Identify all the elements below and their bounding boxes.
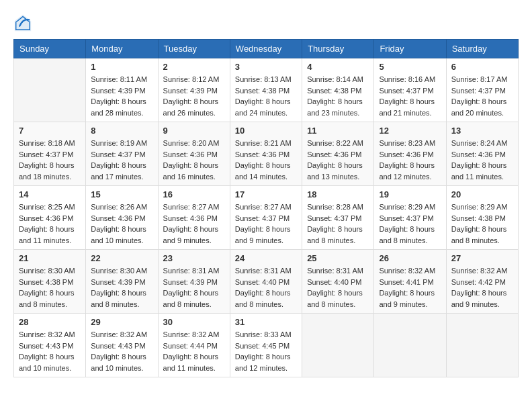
daylight-label: Daylight: 8 hours and 14 minutes. [235, 161, 291, 181]
sunrise-label: Sunrise: 8:14 AM [307, 75, 363, 83]
sunset-label: Sunset: 4:37 PM [379, 87, 433, 95]
logo [13, 13, 35, 32]
daylight-label: Daylight: 8 hours and 8 minutes. [163, 289, 219, 308]
day-info: Sunrise: 8:21 AM Sunset: 4:36 PM Dayligh… [235, 138, 297, 182]
day-info: Sunrise: 8:32 AM Sunset: 4:42 PM Dayligh… [451, 265, 513, 310]
calendar-cell: 25 Sunrise: 8:31 AM Sunset: 4:40 PM Dayl… [302, 250, 374, 314]
day-info: Sunrise: 8:33 AM Sunset: 4:45 PM Dayligh… [235, 329, 297, 373]
calendar-cell: 29 Sunrise: 8:32 AM Sunset: 4:43 PM Dayl… [86, 314, 158, 377]
day-of-week-header: Tuesday [158, 40, 230, 58]
day-info: Sunrise: 8:29 AM Sunset: 4:37 PM Dayligh… [379, 201, 441, 246]
sunset-label: Sunset: 4:36 PM [163, 214, 218, 222]
calendar-cell: 14 Sunrise: 8:25 AM Sunset: 4:36 PM Dayl… [14, 186, 86, 250]
sunset-label: Sunset: 4:39 PM [91, 278, 145, 286]
day-number: 23 [163, 253, 225, 263]
calendar-cell: 8 Sunrise: 8:19 AM Sunset: 4:37 PM Dayli… [86, 122, 158, 186]
calendar-cell: 22 Sunrise: 8:30 AM Sunset: 4:39 PM Dayl… [86, 250, 158, 314]
sunrise-label: Sunrise: 8:26 AM [91, 203, 147, 211]
day-info: Sunrise: 8:14 AM Sunset: 4:38 PM Dayligh… [307, 74, 369, 118]
daylight-label: Daylight: 8 hours and 28 minutes. [91, 97, 146, 117]
daylight-label: Daylight: 8 hours and 13 minutes. [307, 161, 363, 181]
daylight-label: Daylight: 8 hours and 17 minutes. [91, 161, 146, 181]
day-number: 13 [451, 126, 513, 136]
calendar-cell: 28 Sunrise: 8:32 AM Sunset: 4:43 PM Dayl… [14, 314, 86, 377]
daylight-label: Daylight: 8 hours and 9 minutes. [163, 225, 219, 244]
day-number: 2 [163, 62, 225, 72]
sunrise-label: Sunrise: 8:19 AM [91, 139, 147, 147]
day-number: 20 [451, 189, 513, 199]
daylight-label: Daylight: 8 hours and 18 minutes. [19, 161, 75, 181]
calendar-cell: 26 Sunrise: 8:32 AM Sunset: 4:41 PM Dayl… [374, 250, 446, 314]
sunset-label: Sunset: 4:36 PM [235, 150, 290, 158]
sunset-label: Sunset: 4:39 PM [163, 278, 218, 286]
daylight-label: Daylight: 8 hours and 8 minutes. [379, 225, 435, 244]
day-number: 18 [307, 189, 369, 199]
day-info: Sunrise: 8:22 AM Sunset: 4:36 PM Dayligh… [307, 138, 369, 182]
day-of-week-header: Friday [374, 40, 446, 58]
calendar-cell: 24 Sunrise: 8:31 AM Sunset: 4:40 PM Dayl… [230, 250, 302, 314]
daylight-label: Daylight: 8 hours and 10 minutes. [91, 225, 146, 244]
sunrise-label: Sunrise: 8:24 AM [451, 139, 508, 147]
day-info: Sunrise: 8:20 AM Sunset: 4:36 PM Dayligh… [163, 138, 225, 182]
calendar-week-row: 7 Sunrise: 8:18 AM Sunset: 4:37 PM Dayli… [14, 122, 519, 186]
calendar-cell: 18 Sunrise: 8:28 AM Sunset: 4:37 PM Dayl… [302, 186, 374, 250]
calendar-cell [14, 58, 86, 122]
day-number: 30 [163, 317, 225, 327]
day-info: Sunrise: 8:23 AM Sunset: 4:36 PM Dayligh… [379, 138, 441, 182]
sunset-label: Sunset: 4:37 PM [235, 214, 290, 222]
day-number: 3 [235, 62, 297, 72]
day-info: Sunrise: 8:31 AM Sunset: 4:40 PM Dayligh… [307, 265, 369, 310]
calendar-cell: 30 Sunrise: 8:32 AM Sunset: 4:44 PM Dayl… [158, 314, 230, 377]
sunset-label: Sunset: 4:43 PM [91, 342, 145, 350]
day-of-week-header: Wednesday [230, 40, 302, 58]
day-number: 11 [307, 126, 369, 136]
sunrise-label: Sunrise: 8:12 AM [163, 75, 220, 83]
daylight-label: Daylight: 8 hours and 8 minutes. [307, 289, 363, 308]
daylight-label: Daylight: 8 hours and 9 minutes. [451, 289, 507, 308]
day-info: Sunrise: 8:31 AM Sunset: 4:40 PM Dayligh… [235, 265, 297, 310]
day-number: 29 [91, 317, 152, 327]
day-number: 1 [91, 62, 152, 72]
sunrise-label: Sunrise: 8:27 AM [163, 203, 220, 211]
sunrise-label: Sunrise: 8:18 AM [19, 139, 75, 147]
daylight-label: Daylight: 8 hours and 11 minutes. [451, 161, 507, 181]
daylight-label: Daylight: 8 hours and 21 minutes. [379, 97, 435, 117]
day-number: 12 [379, 126, 441, 136]
sunset-label: Sunset: 4:39 PM [91, 87, 145, 95]
calendar-cell: 7 Sunrise: 8:18 AM Sunset: 4:37 PM Dayli… [14, 122, 86, 186]
day-info: Sunrise: 8:32 AM Sunset: 4:43 PM Dayligh… [91, 329, 152, 373]
sunrise-label: Sunrise: 8:17 AM [451, 75, 508, 83]
day-number: 15 [91, 189, 152, 199]
calendar-cell [446, 314, 518, 377]
calendar-cell [374, 314, 446, 377]
sunrise-label: Sunrise: 8:32 AM [163, 330, 220, 338]
day-info: Sunrise: 8:16 AM Sunset: 4:37 PM Dayligh… [379, 74, 441, 118]
day-number: 24 [235, 253, 297, 263]
sunset-label: Sunset: 4:37 PM [379, 214, 433, 222]
sunrise-label: Sunrise: 8:30 AM [19, 267, 75, 275]
day-info: Sunrise: 8:24 AM Sunset: 4:36 PM Dayligh… [451, 138, 513, 182]
sunrise-label: Sunrise: 8:32 AM [379, 267, 435, 275]
sunset-label: Sunset: 4:38 PM [235, 87, 290, 95]
daylight-label: Daylight: 8 hours and 8 minutes. [451, 225, 507, 244]
sunset-label: Sunset: 4:38 PM [451, 214, 506, 222]
sunrise-label: Sunrise: 8:16 AM [379, 75, 435, 83]
day-number: 22 [91, 253, 152, 263]
calendar-cell: 9 Sunrise: 8:20 AM Sunset: 4:36 PM Dayli… [158, 122, 230, 186]
calendar-cell: 6 Sunrise: 8:17 AM Sunset: 4:37 PM Dayli… [446, 58, 518, 122]
calendar-cell: 5 Sunrise: 8:16 AM Sunset: 4:37 PM Dayli… [374, 58, 446, 122]
sunset-label: Sunset: 4:37 PM [19, 150, 73, 158]
day-info: Sunrise: 8:18 AM Sunset: 4:37 PM Dayligh… [19, 138, 81, 182]
day-info: Sunrise: 8:31 AM Sunset: 4:39 PM Dayligh… [163, 265, 225, 310]
sunset-label: Sunset: 4:36 PM [163, 150, 218, 158]
sunset-label: Sunset: 4:36 PM [19, 214, 73, 222]
sunset-label: Sunset: 4:43 PM [19, 342, 73, 350]
day-info: Sunrise: 8:25 AM Sunset: 4:36 PM Dayligh… [19, 201, 81, 246]
day-number: 17 [235, 189, 297, 199]
logo-icon [13, 13, 32, 32]
day-info: Sunrise: 8:32 AM Sunset: 4:41 PM Dayligh… [379, 265, 441, 310]
sunrise-label: Sunrise: 8:27 AM [235, 203, 292, 211]
sunrise-label: Sunrise: 8:21 AM [235, 139, 292, 147]
day-number: 28 [19, 317, 81, 327]
daylight-label: Daylight: 8 hours and 10 minutes. [19, 353, 75, 372]
